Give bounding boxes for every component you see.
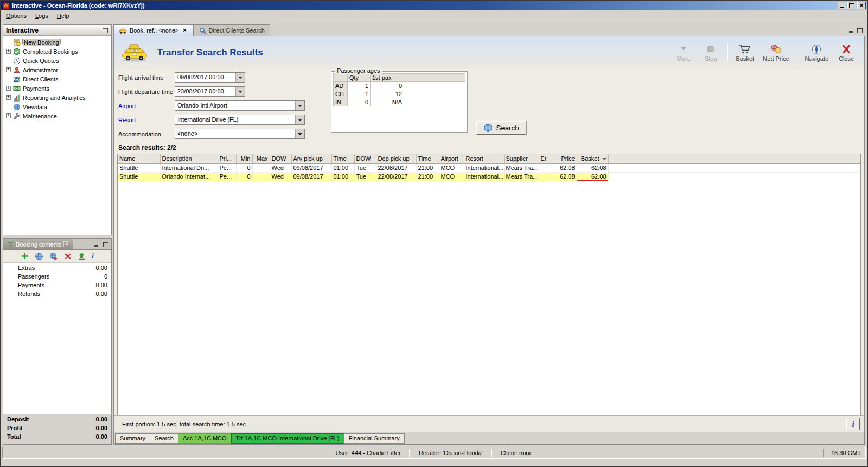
maximize-view-icon[interactable]	[856, 27, 863, 34]
pax-qty-cell[interactable]: 0	[348, 98, 371, 106]
bottom-tab-financial-summary[interactable]: Financial Summary	[344, 433, 405, 444]
combo-flight-departure-time[interactable]: 23/08/2017 00:00	[175, 86, 245, 97]
toolbar-basket-button[interactable]: Basket	[733, 42, 756, 64]
bottom-tab-search[interactable]: Search	[150, 433, 178, 444]
combo-airport[interactable]: Orlando Intl Airport	[175, 100, 305, 111]
sidebar-item-completed-bookings[interactable]: Completed Bookings	[3, 47, 111, 56]
sidebar-item-reporting-and-analytics[interactable]: Reporting and Analytics	[3, 93, 111, 102]
world-edit-icon[interactable]	[49, 252, 58, 261]
sidebar-item-quick-quotes[interactable]: Quick Quotes	[3, 56, 111, 65]
search-button[interactable]: Search	[476, 121, 526, 135]
pax-qty-cell[interactable]: 1	[348, 90, 371, 98]
pax-age-cell[interactable]: 0	[371, 82, 404, 90]
cell-dow: Wed	[270, 172, 291, 181]
column-header-time[interactable]: Time	[331, 154, 354, 163]
info-button[interactable]: i	[846, 418, 860, 430]
export-icon[interactable]	[78, 252, 86, 260]
combo-resort[interactable]: International Drive (FL)	[175, 115, 305, 125]
sidebar-item-administrator[interactable]: Administrator	[3, 65, 111, 74]
combo-flight-arrival-time[interactable]: 09/08/2017 00:00	[175, 72, 245, 83]
bottom-tab-summary[interactable]: Summary	[115, 433, 150, 444]
world-icon[interactable]	[35, 252, 43, 261]
bottom-tab-trf-1a-1c-mco-international-drive-fl[interactable]: Trf 1A,1C MCO International Drive (FL)	[231, 433, 344, 444]
minimize-button[interactable]	[838, 2, 846, 9]
column-header-dep-pick-up[interactable]: Dep pick up	[376, 154, 416, 163]
menu-item-logs[interactable]: Logs	[31, 11, 53, 21]
toolbar-navigate-button[interactable]: Navigate	[803, 42, 831, 64]
column-header-max[interactable]: Max	[252, 154, 270, 163]
cell-resort: International...	[464, 163, 504, 172]
column-header-label: Name	[119, 155, 135, 162]
column-header-airport[interactable]: Airport	[439, 154, 464, 163]
dropdown-button[interactable]	[235, 73, 245, 82]
column-header-pri[interactable]: Pri...	[218, 154, 236, 163]
dropdown-button[interactable]	[295, 115, 304, 124]
field-link-airport[interactable]: Airport	[118, 103, 175, 109]
expand-icon[interactable]	[6, 67, 11, 72]
column-header-name[interactable]: Name	[118, 154, 160, 163]
add-icon[interactable]	[21, 252, 29, 260]
combo-accommodation[interactable]: <none>	[175, 129, 305, 139]
tab-direct-clients-search[interactable]: Direct Clients Search	[194, 24, 270, 36]
column-header-description[interactable]: Description	[160, 154, 218, 163]
toolbar-close-button[interactable]: Close	[835, 42, 858, 64]
sidebar-item-label: Administrator	[23, 67, 58, 73]
expand-icon[interactable]	[6, 113, 11, 118]
dropdown-button[interactable]	[295, 101, 304, 110]
cell-dep-pick-up: 22/08/2017	[376, 163, 416, 172]
column-header-dow[interactable]: DOW	[354, 154, 376, 163]
column-header-min[interactable]: Min	[236, 154, 252, 163]
sidebar-item-viewdata[interactable]: Viewdata	[3, 102, 111, 111]
expand-icon[interactable]	[6, 86, 11, 91]
column-header-arv-pick-up[interactable]: Arv pick up	[291, 154, 331, 163]
column-header-dow[interactable]: DOW	[270, 154, 291, 163]
column-header-basket[interactable]: Basket	[577, 154, 608, 163]
toolbar-nett-price-button[interactable]: Nett Price	[761, 42, 791, 64]
minimize-view-icon[interactable]	[101, 27, 108, 34]
field-link-resort[interactable]: Resort	[118, 117, 175, 123]
menu-item-options[interactable]: Options	[2, 11, 31, 21]
column-header-supplier[interactable]: Supplier	[504, 154, 539, 163]
maximize-button[interactable]	[847, 2, 856, 9]
dropdown-button[interactable]	[295, 129, 304, 138]
dropdown-button[interactable]	[235, 87, 245, 96]
booking-contents-row[interactable]: Extras0.00	[3, 264, 111, 273]
cell-pri: Pe...	[218, 172, 236, 181]
result-row[interactable]: ShuttleOrlando Internat...Pe...0Wed09/08…	[118, 172, 860, 181]
cell-max	[252, 172, 270, 181]
window-title: Interactive - Ocean-Florida (code: wRi7X…	[12, 2, 145, 9]
sidebar-item-new-booking[interactable]: New Booking	[3, 37, 111, 47]
expand-icon[interactable]	[6, 95, 11, 100]
minimize-view-icon[interactable]	[847, 27, 854, 34]
maximize-view-icon[interactable]	[102, 241, 109, 248]
stop-icon	[706, 43, 716, 54]
booking-contents-row[interactable]: Refunds0.00	[3, 291, 111, 299]
bottom-tab-acc-1a-1c-mco[interactable]: Acc 1A,1C MCO	[178, 433, 232, 444]
pax-qty-cell[interactable]: 1	[348, 82, 371, 90]
pax-age-cell[interactable]: N/A	[371, 98, 404, 106]
result-row[interactable]: ShuttleInternational Dri...Pe...0Wed09/0…	[118, 163, 860, 172]
interactive-panel: Interactive New BookingCompleted Booking…	[3, 24, 112, 235]
close-view-icon[interactable]	[63, 241, 69, 247]
sidebar-item-payments[interactable]: Payments	[3, 84, 111, 93]
expand-icon[interactable]	[6, 49, 11, 54]
info-icon[interactable]: i	[92, 253, 94, 260]
column-header-price[interactable]: Price	[550, 154, 577, 163]
close-tab-icon[interactable]	[182, 27, 188, 34]
sidebar-item-maintenance[interactable]: Maintenance	[3, 111, 111, 121]
row-filler	[608, 163, 860, 172]
column-header-er[interactable]: Er	[539, 154, 550, 163]
tab-label: Direct Clients Search	[209, 27, 265, 34]
tab-book-ref-none[interactable]: Book. ref.: <none>	[113, 24, 194, 36]
sidebar-item-direct-clients[interactable]: Direct Clients	[3, 74, 111, 84]
column-header-time[interactable]: Time	[416, 154, 439, 163]
column-header-resort[interactable]: Resort	[464, 154, 504, 163]
booking-contents-tab[interactable]: Booking contents	[3, 239, 73, 249]
pax-age-cell[interactable]: 12	[371, 90, 404, 98]
menu-item-help[interactable]: Help	[53, 11, 74, 21]
minimize-view-icon[interactable]	[93, 241, 100, 248]
booking-contents-row[interactable]: Passengers0	[3, 273, 111, 282]
close-window-button[interactable]	[857, 2, 866, 9]
booking-contents-row[interactable]: Payments0.00	[3, 282, 111, 291]
delete-icon[interactable]	[64, 253, 72, 260]
